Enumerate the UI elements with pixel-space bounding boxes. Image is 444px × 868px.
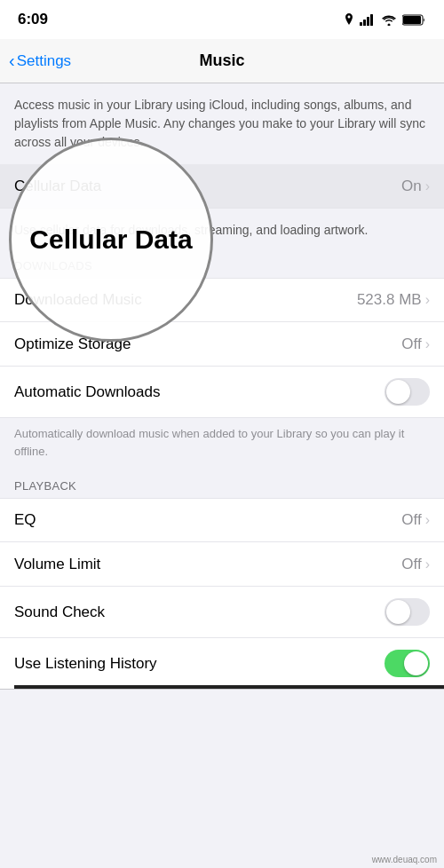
status-time: 6:09: [18, 11, 48, 28]
status-icons: [344, 13, 426, 26]
nav-bar: ‹ Settings Music: [0, 39, 444, 83]
back-label: Settings: [17, 52, 71, 70]
listening-history-toggle[interactable]: [385, 650, 430, 677]
playback-section-header: PLAYBACK: [0, 472, 444, 498]
toggle-knob: [386, 380, 410, 404]
downloaded-music-value: 523.8 MB ›: [357, 291, 430, 309]
volume-limit-row[interactable]: Volume Limit Off ›: [0, 542, 444, 587]
volume-limit-label: Volume Limit: [14, 556, 100, 573]
watermark: www.deuaq.com: [372, 855, 437, 864]
back-chevron-icon: ‹: [9, 51, 15, 71]
status-bar: 6:09: [0, 0, 444, 39]
eq-label: EQ: [14, 511, 36, 529]
cellular-data-row[interactable]: Cellular Data On ›: [0, 164, 444, 209]
listening-history-toggle-knob: [404, 651, 428, 675]
svg-rect-1: [363, 20, 366, 26]
automatic-downloads-toggle[interactable]: [385, 378, 430, 406]
sound-check-toggle-knob: [386, 600, 410, 624]
eq-value: Off ›: [401, 511, 430, 529]
signal-icon: [360, 14, 376, 26]
sound-check-row[interactable]: Sound Check: [0, 587, 444, 638]
optimize-storage-chevron-icon: ›: [425, 336, 430, 352]
sound-check-label: Sound Check: [14, 604, 105, 621]
svg-rect-3: [370, 14, 373, 26]
optimize-storage-row[interactable]: Optimize Storage Off ›: [0, 322, 444, 367]
automatic-downloads-row[interactable]: Automatic Downloads: [0, 367, 444, 418]
svg-rect-2: [367, 17, 369, 26]
downloaded-music-label: Downloaded Music: [14, 291, 142, 309]
back-button[interactable]: ‹ Settings: [9, 51, 71, 71]
downloaded-music-row[interactable]: Downloaded Music 523.8 MB ›: [0, 278, 444, 322]
automatic-downloads-label: Automatic Downloads: [14, 383, 160, 401]
downloaded-music-chevron-icon: ›: [425, 292, 430, 308]
listening-history-row[interactable]: Use Listening History: [0, 638, 444, 690]
battery-icon: [402, 14, 426, 26]
volume-limit-value: Off ›: [401, 556, 430, 573]
svg-rect-5: [403, 16, 421, 24]
location-icon: [344, 13, 354, 26]
cellular-data-value: On ›: [401, 178, 430, 195]
svg-rect-0: [360, 22, 362, 26]
icloud-description: Access music in your Library using iClou…: [0, 83, 444, 164]
optimize-storage-value: Off ›: [401, 335, 430, 353]
downloads-footer: Automatically download music when added …: [0, 418, 444, 472]
cellular-data-label: Cellular Data: [14, 178, 101, 195]
eq-chevron-icon: ›: [425, 512, 430, 528]
cellular-description: Use cellular data for downloads, streami…: [0, 209, 444, 252]
bottom-bar: [14, 685, 444, 689]
sound-check-toggle[interactable]: [385, 598, 430, 626]
wifi-icon: [381, 14, 397, 26]
downloads-section-header: DOWNLOADS: [0, 252, 444, 278]
listening-history-label: Use Listening History: [14, 655, 157, 673]
eq-row[interactable]: EQ Off ›: [0, 498, 444, 542]
page-title: Music: [199, 51, 244, 70]
cellular-data-chevron-icon: ›: [425, 178, 430, 194]
optimize-storage-label: Optimize Storage: [14, 335, 131, 353]
volume-limit-chevron-icon: ›: [425, 556, 430, 572]
